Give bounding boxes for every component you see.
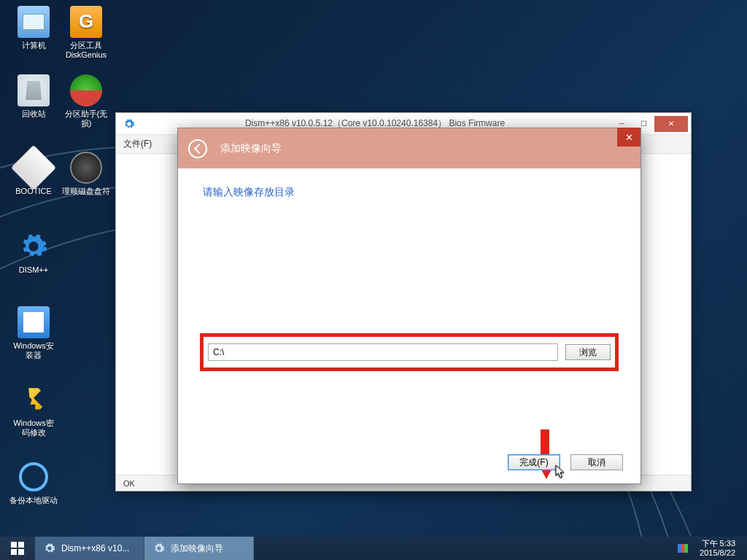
back-button[interactable]	[188, 139, 207, 158]
add-image-wizard-dialog: 添加映像向导 ✕ 请输入映像存放目录 浏览 完成(F) 取消	[177, 128, 641, 484]
clock-time: 下午 5:33	[700, 539, 735, 548]
icon-label: 回收站	[9, 109, 58, 119]
desktop-icon-windows-installer[interactable]: Windows安 装器	[9, 306, 58, 360]
browse-button[interactable]: 浏览	[565, 344, 611, 360]
magnify-icon	[18, 461, 50, 493]
svg-rect-0	[11, 542, 17, 548]
desktop-icon-diskgenius[interactable]: G 分区工具 DiskGenius	[61, 6, 111, 60]
start-button[interactable]	[0, 537, 35, 560]
taskbar-item-dism[interactable]: Dism++x86 v10...	[35, 537, 144, 560]
gear-icon	[123, 118, 135, 130]
desktop-icon-computer[interactable]: 计算机	[9, 6, 58, 50]
hdd-icon	[70, 152, 102, 184]
annotation-highlight-frame: 浏览	[200, 333, 619, 371]
desktop-icon-partition-assistant[interactable]: 分区助手(无 损)	[61, 74, 111, 128]
cancel-button[interactable]: 取消	[570, 454, 623, 470]
desktop-icon-backup-drive[interactable]: 备份本地驱动	[9, 461, 58, 505]
status-text: OK	[123, 479, 135, 488]
wizard-body: 请输入映像存放目录 浏览 完成(F) 取消	[178, 168, 640, 483]
wizard-footer: 完成(F) 取消	[508, 454, 623, 470]
diskgenius-icon: G	[70, 6, 102, 38]
icon-label: 分区助手(无 损)	[61, 109, 111, 128]
svg-rect-2	[11, 549, 17, 555]
monitor-icon	[18, 6, 50, 38]
taskbar: Dism++x86 v10... 添加映像向导 下午 5:33 2015/8/2…	[0, 537, 747, 560]
icon-label: 计算机	[9, 41, 58, 50]
gear-icon	[44, 542, 55, 554]
box-icon	[18, 306, 50, 338]
icon-label: DISM++	[9, 265, 58, 275]
desktop-icon-recycle-bin[interactable]: 回收站	[9, 74, 58, 119]
system-tray: 下午 5:33 2015/8/22	[670, 537, 747, 560]
close-button[interactable]: ✕	[654, 116, 688, 132]
diamond-icon	[11, 145, 56, 190]
gear-icon	[18, 230, 50, 262]
svg-rect-1	[18, 542, 24, 548]
recycle-bin-icon	[18, 74, 50, 106]
finish-button[interactable]: 完成(F)	[508, 454, 560, 470]
icon-label: Windows密 码修改	[9, 419, 58, 438]
desktop-icon-disk-letter[interactable]: 理顺磁盘盘符	[61, 152, 111, 196]
taskbar-clock[interactable]: 下午 5:33 2015/8/22	[695, 537, 740, 559]
icon-label: 理顺磁盘盘符	[61, 187, 111, 196]
desktop-icon-dismpp[interactable]: DISM++	[9, 230, 58, 275]
close-button[interactable]: ✕	[617, 128, 640, 147]
gear-icon	[153, 542, 165, 554]
key-icon	[18, 384, 50, 416]
taskbar-item-label: 添加映像向导	[171, 542, 223, 555]
desktop-icon-windows-password[interactable]: Windows密 码修改	[9, 384, 58, 438]
wizard-prompt: 请输入映像存放目录	[203, 186, 616, 199]
icon-label: Windows安 装器	[9, 341, 58, 360]
icon-label: 分区工具 DiskGenius	[61, 41, 111, 60]
desktop-icon-bootice[interactable]: BOOTICE	[9, 152, 58, 196]
icon-label: 备份本地驱动	[9, 496, 58, 505]
disc-icon	[70, 74, 102, 106]
wizard-header[interactable]: 添加映像向导 ✕	[178, 128, 640, 168]
menu-file[interactable]: 文件(F)	[123, 138, 152, 150]
taskbar-item-wizard[interactable]: 添加映像向导	[144, 537, 254, 560]
wizard-title: 添加映像向导	[220, 142, 282, 155]
image-path-input[interactable]	[208, 343, 558, 361]
taskbar-item-label: Dism++x86 v10...	[61, 543, 129, 553]
svg-rect-3	[18, 549, 24, 555]
tray-icon[interactable]	[678, 544, 688, 553]
clock-date: 2015/8/22	[700, 548, 735, 558]
